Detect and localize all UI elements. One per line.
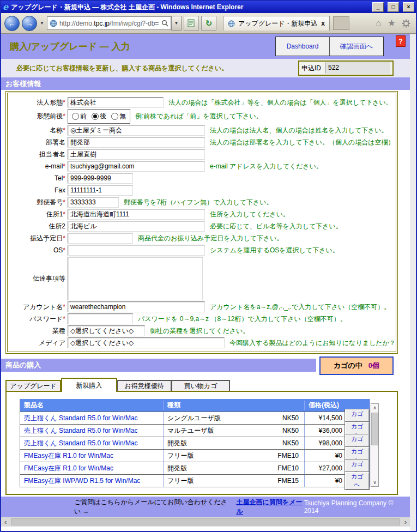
search-icon[interactable] bbox=[161, 20, 168, 27]
product-name-link[interactable]: 売上猫くん Standard R5.0 for Win/Mac bbox=[20, 414, 163, 423]
browser-tab[interactable]: アップグレード・新規申込 —... x bbox=[223, 16, 330, 31]
radio-button-icon[interactable] bbox=[92, 113, 99, 120]
field-input[interactable] bbox=[68, 173, 133, 184]
horizontal-scrollbar-thumb[interactable] bbox=[11, 518, 400, 525]
forward-button[interactable]: → bbox=[22, 16, 37, 31]
field-input[interactable] bbox=[68, 233, 133, 244]
field-input[interactable] bbox=[68, 137, 205, 148]
scroll-right-icon[interactable]: › bbox=[404, 518, 407, 526]
form-row: 形態前後*前後無例:前株であれば「前」を選択して下さい。 bbox=[13, 109, 396, 124]
field-input[interactable] bbox=[68, 149, 205, 160]
field-label: Tel* bbox=[13, 174, 65, 182]
product-name-link[interactable]: FMEasy在庫 IWP/WD R1.5 for Win/Mac bbox=[20, 476, 163, 486]
required-asterisk: * bbox=[63, 174, 65, 182]
radio-button-icon[interactable] bbox=[72, 113, 79, 120]
recent-pages-caret-icon[interactable]: ▼ bbox=[40, 21, 44, 26]
refresh-button[interactable]: ↻ bbox=[201, 16, 216, 31]
radio-option[interactable]: 前 bbox=[72, 112, 87, 121]
form-row: 名称*法人の場合は法人名、個人の場合は姓名を入力して下さい。 bbox=[13, 125, 396, 136]
product-price: ¥0 bbox=[304, 450, 345, 462]
help-button[interactable]: ? bbox=[396, 35, 406, 47]
radio-label: 後 bbox=[100, 112, 106, 121]
gear-icon[interactable] bbox=[402, 19, 410, 28]
product-name-link[interactable]: 売上猫くん Standard R5.0 for Win/Mac bbox=[20, 439, 163, 448]
window-title: アップグレード・新規申込 — 株式会社 土屋企画 - Windows Inter… bbox=[11, 3, 368, 12]
back-button[interactable]: ← bbox=[4, 16, 20, 31]
scroll-left-icon[interactable]: ‹ bbox=[4, 518, 7, 526]
radio-group: 前後無 bbox=[68, 109, 130, 124]
add-to-cart-button[interactable]: カゴへ bbox=[345, 471, 370, 490]
dashboard-button[interactable]: Dashboard bbox=[276, 37, 329, 56]
address-bar[interactable]: http://demo.tpc.jp/fmi/iwp/cgi?-db= bbox=[47, 16, 171, 30]
refresh-icon: ↻ bbox=[206, 19, 213, 28]
field-label: 形態前後* bbox=[13, 112, 65, 121]
minimize-button[interactable]: _ bbox=[372, 2, 384, 12]
field-input[interactable] bbox=[68, 301, 205, 312]
form-row: 郵便番号*郵便番号を7桁（ハイフン無）で入力して下さい。 bbox=[13, 197, 396, 208]
field-input[interactable] bbox=[68, 221, 205, 232]
field-input[interactable] bbox=[68, 209, 205, 220]
compatibility-view-button[interactable] bbox=[184, 16, 199, 31]
tab-title: アップグレード・新規申込 —... bbox=[238, 19, 318, 28]
field-input[interactable] bbox=[68, 185, 133, 196]
address-dropdown-button[interactable]: ▼ bbox=[171, 16, 182, 31]
field-input[interactable] bbox=[68, 245, 205, 256]
cart-label: カゴの中 bbox=[334, 361, 362, 371]
tab-0[interactable]: アップグレード bbox=[5, 380, 61, 392]
product-type-cell: フリー版FME10 bbox=[163, 450, 304, 462]
product-type: フリー版 bbox=[167, 476, 194, 486]
tab-1[interactable]: 新規購入 bbox=[61, 378, 117, 392]
field-input[interactable] bbox=[68, 313, 133, 324]
form-row: 担当者名 bbox=[13, 149, 396, 160]
table-scrollbar[interactable]: ∧ ∨ bbox=[371, 403, 379, 487]
required-asterisk: * bbox=[63, 315, 65, 323]
footer-mail-link[interactable]: 土屋企画に質問をメール bbox=[237, 498, 304, 516]
new-tab-button[interactable] bbox=[333, 16, 349, 30]
field-input[interactable] bbox=[68, 161, 205, 172]
required-asterisk: * bbox=[63, 99, 65, 106]
form-row: e-mail*e-mail アドレスを入力してください。 bbox=[13, 161, 396, 172]
scroll-down-icon[interactable]: ∨ bbox=[373, 479, 377, 486]
field-input[interactable] bbox=[68, 197, 119, 208]
close-button[interactable]: × bbox=[403, 2, 414, 12]
maximize-button[interactable]: □ bbox=[388, 2, 399, 12]
home-icon[interactable]: ⌂ bbox=[376, 18, 381, 29]
field-textarea[interactable] bbox=[68, 257, 203, 300]
field-input[interactable] bbox=[68, 125, 205, 136]
browser-toolbar: ← → ▼ http://demo.tpc.jp/fmi/iwp/cgi?-db… bbox=[1, 13, 416, 34]
radio-button-icon[interactable] bbox=[111, 113, 118, 120]
radio-option[interactable]: 無 bbox=[111, 112, 126, 121]
table-row: FMEasy在庫 R1.0 for Win/Mac開発版FME10¥27,000… bbox=[20, 462, 370, 474]
field-hint: システムを運用するOSを選択して下さい。 bbox=[210, 246, 339, 255]
tab-3[interactable]: 買い物カゴ bbox=[172, 380, 230, 392]
scroll-up-icon[interactable]: ∧ bbox=[373, 404, 377, 412]
required-asterisk: * bbox=[63, 210, 65, 218]
form-row: 伝達事項等 bbox=[13, 257, 396, 300]
product-price: ¥0 bbox=[304, 475, 345, 487]
horizontal-scrollbar[interactable]: ‹ › bbox=[1, 517, 410, 527]
form-row: アカウント名*アカウント名をa～z,@,-,_,.で入力して下さい（空欄不可）。 bbox=[13, 301, 396, 312]
product-code: NK50 bbox=[282, 414, 299, 422]
product-name-link[interactable]: FMEasy在庫 R1.0 for Win/Mac bbox=[20, 464, 163, 473]
column-header-product: 製品名 bbox=[20, 401, 163, 410]
product-table-container: 製品名 種類 価格(税込) 売上猫くん Standard R5.0 for Wi… bbox=[5, 391, 398, 495]
confirm-screen-button[interactable]: 確認画面へ bbox=[329, 37, 383, 56]
required-asterisk: * bbox=[63, 112, 65, 120]
product-type-cell: マルチユーザ版NK50 bbox=[163, 425, 304, 437]
field-input[interactable] bbox=[68, 337, 225, 348]
product-name-link[interactable]: 売上猫くん Standard R5.0 for Win/Mac bbox=[20, 426, 163, 436]
url-text[interactable]: http://demo.tpc.jp/fmi/iwp/cgi?-db= bbox=[59, 20, 159, 27]
field-input[interactable] bbox=[68, 325, 145, 336]
radio-label: 前 bbox=[80, 112, 87, 121]
instruction-text: 必要に応じてお客様情報を更新し、購入する商品を選択してください。 bbox=[16, 64, 228, 73]
product-name-link[interactable]: FMEasy在庫 R1.0 for Win/Mac bbox=[20, 451, 163, 461]
favorites-star-icon[interactable]: ★ bbox=[388, 17, 396, 29]
field-input[interactable] bbox=[68, 97, 164, 108]
scrollbar-thumb[interactable] bbox=[371, 413, 378, 445]
required-asterisk: * bbox=[63, 246, 65, 254]
tab-close-icon[interactable]: x bbox=[321, 20, 325, 27]
product-type: 開発版 bbox=[167, 464, 187, 473]
tab-2[interactable]: お得意様優待 bbox=[117, 380, 172, 392]
page-viewport: 購入/アップグレード — 入力 Dashboard 確認画面へ ? 必要に応じて… bbox=[1, 34, 416, 531]
radio-option[interactable]: 後 bbox=[92, 112, 106, 121]
